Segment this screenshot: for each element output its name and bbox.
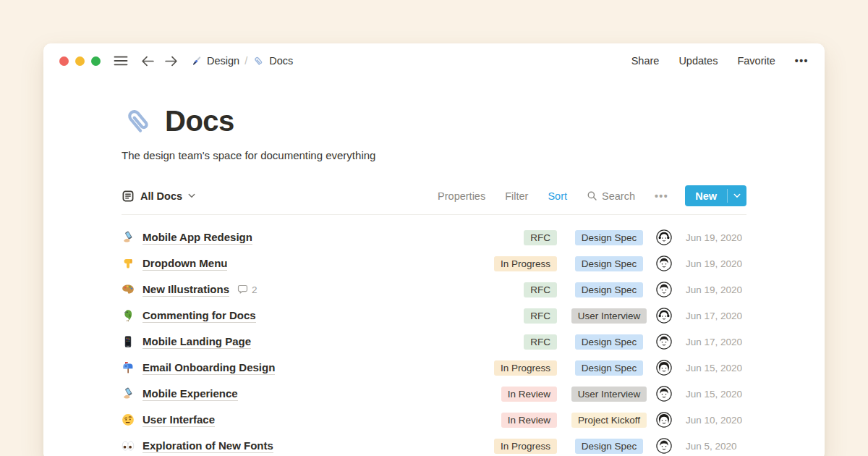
row-meta: In Review User Interview Jun 15, 2020 [470, 386, 746, 402]
updates-button[interactable]: Updates [678, 55, 718, 67]
avatar-woman-headphones[interactable] [655, 308, 673, 324]
breadcrumb-item-docs[interactable]: Docs [252, 55, 293, 67]
favorite-button[interactable]: Favorite [737, 55, 775, 67]
avatar-woman-headphones[interactable] [655, 229, 673, 245]
avatar-man[interactable] [655, 282, 673, 297]
share-button[interactable]: Share [631, 55, 660, 67]
table-row[interactable]: Mobile App Redesign RFC Design Spec Jun … [122, 224, 746, 250]
table-row[interactable]: Commenting for Docs RFC User Interview J… [122, 303, 746, 329]
sidebar-toggle-icon[interactable] [114, 55, 128, 67]
category-tag[interactable]: User Interview [571, 387, 647, 402]
search-button[interactable]: Search [587, 190, 635, 202]
back-button[interactable] [141, 56, 155, 67]
date-label: Jun 19, 2020 [686, 232, 746, 243]
table-row[interactable]: Exploration of New Fonts In Progress Des… [122, 433, 746, 456]
date-label: Jun 17, 2020 [686, 311, 746, 321]
paperclip-icon [252, 55, 265, 67]
status-tag[interactable]: RFC [524, 230, 557, 245]
doc-title-link[interactable]: New Illustrations [142, 282, 229, 297]
doc-title-link[interactable]: User Interface [142, 413, 215, 428]
view-label: All Docs [140, 190, 182, 202]
avatar-man[interactable] [655, 334, 673, 350]
doc-list-icon [122, 190, 135, 203]
filter-button[interactable]: Filter [505, 190, 528, 202]
row-meta: RFC Design Spec Jun 19, 2020 [470, 282, 746, 297]
minimize-window-button[interactable] [75, 56, 85, 66]
status-tag[interactable]: In Progress [494, 360, 557, 376]
date-label: Jun 15, 2020 [686, 389, 746, 400]
table-row[interactable]: New Illustrations 2 RFC Design Spec Jun … [122, 276, 746, 303]
status-tag[interactable]: In Review [501, 387, 557, 402]
category-tag[interactable]: Design Spec [575, 282, 644, 297]
mobile-phone-icon [122, 335, 135, 348]
sort-button[interactable]: Sort [548, 190, 567, 202]
avatar-woman[interactable] [655, 412, 673, 428]
category-tag[interactable]: Design Spec [575, 334, 644, 350]
new-button-chevron[interactable] [728, 185, 746, 206]
app-window: Design / Docs Share Updates Favorite •••… [43, 43, 825, 456]
status-tag[interactable]: In Progress [494, 256, 557, 271]
status-tag[interactable]: RFC [524, 334, 557, 350]
status-tag[interactable]: In Progress [494, 439, 557, 454]
selfie-icon [122, 231, 135, 244]
expand-window-button[interactable] [91, 56, 101, 66]
table-row[interactable]: Mobile Landing Page RFC Design Spec Jun … [122, 329, 746, 355]
table-row[interactable]: Email Onboarding Design In Progress Desi… [122, 355, 746, 381]
doc-title-link[interactable]: Mobile Landing Page [142, 334, 251, 350]
avatar-man[interactable] [655, 438, 673, 454]
properties-button[interactable]: Properties [438, 190, 485, 202]
page-title-row: Docs [122, 104, 746, 138]
toolbar-menu: Properties Filter Sort Search ••• New [438, 185, 746, 206]
table-row[interactable]: Dropdown Menu In Progress Design Spec Ju… [122, 250, 746, 276]
toolbar-more-button[interactable]: ••• [655, 190, 668, 202]
page-paperclip-icon[interactable] [122, 104, 156, 138]
new-button-label[interactable]: New [685, 185, 727, 206]
avatar-man[interactable] [655, 386, 673, 402]
doc-title-link[interactable]: Dropdown Menu [142, 256, 227, 271]
close-window-button[interactable] [59, 56, 69, 66]
row-meta: In Progress Design Spec Jun 15, 2020 [470, 360, 746, 376]
page-title[interactable]: Docs [165, 105, 234, 138]
new-button[interactable]: New [685, 185, 746, 206]
breadcrumb-label: Design [207, 55, 239, 67]
doc-title-link[interactable]: Mobile Experience [142, 387, 238, 402]
date-label: Jun 5, 2020 [686, 441, 746, 452]
face-raised-eyebrow-icon [122, 413, 135, 426]
page-subtitle[interactable]: The design team's space for documenting … [122, 149, 746, 161]
window-controls [59, 56, 101, 66]
chevron-down-icon [188, 193, 195, 198]
window-topbar: Design / Docs Share Updates Favorite ••• [43, 43, 825, 78]
doc-title-link[interactable]: Mobile App Redesign [142, 230, 252, 245]
more-options-button[interactable]: ••• [795, 55, 809, 67]
category-tag[interactable]: Design Spec [575, 256, 644, 271]
breadcrumb-label: Docs [269, 55, 293, 67]
chevron-down-icon [733, 193, 741, 198]
doc-title-link[interactable]: Exploration of New Fonts [142, 439, 273, 454]
view-switcher[interactable]: All Docs [122, 190, 195, 203]
date-label: Jun 19, 2020 [686, 258, 746, 269]
category-tag[interactable]: Design Spec [575, 439, 644, 454]
table-row[interactable]: Mobile Experience In Review User Intervi… [122, 381, 746, 407]
comment-count: 2 [252, 284, 258, 295]
row-meta: In Progress Design Spec Jun 19, 2020 [470, 256, 746, 271]
avatar-woman[interactable] [655, 360, 673, 376]
forward-button[interactable] [164, 56, 178, 67]
category-tag[interactable]: Design Spec [575, 230, 644, 245]
doc-title-link[interactable]: Email Onboarding Design [142, 360, 275, 376]
date-label: Jun 17, 2020 [686, 337, 746, 347]
status-tag[interactable]: RFC [524, 308, 557, 324]
status-tag[interactable]: RFC [524, 282, 557, 297]
selfie-icon [122, 387, 135, 400]
status-tag[interactable]: In Review [501, 413, 557, 428]
docs-table: Mobile App Redesign RFC Design Spec Jun … [122, 224, 746, 456]
category-tag[interactable]: Design Spec [575, 360, 644, 376]
avatar-man[interactable] [655, 256, 673, 271]
doc-title-link[interactable]: Commenting for Docs [142, 308, 256, 324]
category-tag[interactable]: User Interview [571, 308, 647, 324]
breadcrumb: Design / Docs [190, 55, 293, 67]
breadcrumb-item-design[interactable]: Design [190, 55, 239, 67]
view-toolbar: All Docs Properties Filter Sort Search •… [122, 185, 746, 215]
table-row[interactable]: User Interface In Review Project Kickoff… [122, 407, 746, 433]
palette-icon [122, 283, 135, 296]
category-tag[interactable]: Project Kickoff [571, 413, 647, 428]
